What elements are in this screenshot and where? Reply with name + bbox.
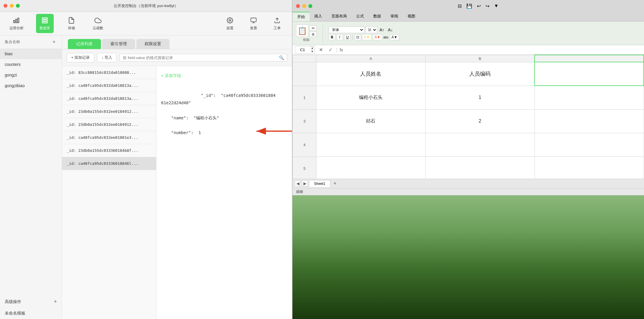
sheet-nav-left[interactable]: ◀ — [295, 180, 301, 186]
fill-color-button[interactable]: A▼ — [362, 34, 372, 40]
record-item[interactable]: _id: ca40fca95dc032da018813a... — [62, 79, 156, 92]
tab-data[interactable]: 数据 — [369, 12, 386, 21]
sidebar-item-gongzi[interactable]: gongzi — [0, 70, 62, 80]
cell-reference-input[interactable] — [295, 47, 310, 53]
sidebar-item-gongzibiao[interactable]: gongzibiao — [0, 80, 62, 91]
svg-rect-0 — [14, 20, 15, 23]
font-family-select[interactable]: 宋体 — [329, 27, 364, 33]
excel-toolbar-icon-layout[interactable]: ⊟ — [458, 3, 462, 9]
border-button[interactable]: ⊡ — [354, 34, 361, 40]
cell-b4[interactable] — [425, 133, 535, 157]
svg-rect-5 — [42, 22, 48, 23]
font-size-down-icon[interactable]: A↓ — [387, 27, 394, 33]
storage-label: 存储 — [68, 26, 75, 31]
cell-a1[interactable]: 人员姓名 — [316, 62, 426, 86]
sidebar-item-biao[interactable]: biao — [0, 48, 62, 59]
confirm-formula-button[interactable]: ✓ — [327, 46, 334, 53]
maximize-button[interactable] — [16, 4, 20, 8]
font-color-button[interactable]: A▼ — [373, 34, 382, 40]
cell-a4[interactable] — [316, 133, 426, 157]
tab-view[interactable]: 视图 — [403, 12, 420, 21]
cut-button[interactable]: ✂ — [310, 25, 317, 31]
sidebar-header: 集合名称 + — [0, 35, 62, 48]
plus-icon: + — [54, 299, 57, 305]
record-item-active[interactable]: _id: ca40fca95dc03336018846l... — [62, 157, 156, 170]
cell-b2[interactable]: 1 — [425, 86, 535, 109]
sidebar-item-counters[interactable]: counters — [0, 59, 62, 70]
font-size-select[interactable]: 10 — [365, 27, 377, 33]
status-bar: 就绪 — [292, 188, 644, 195]
record-item[interactable]: _id: ca40fca95dc032da018813a... — [62, 92, 156, 105]
cell-ref-up[interactable]: ▲ — [310, 46, 315, 50]
tab-pagelayout[interactable]: 页面布局 — [327, 12, 352, 21]
cell-b3[interactable]: 2 — [425, 109, 535, 133]
cell-c4[interactable] — [535, 133, 644, 157]
toolbar: 运营分析 数据库 存储 云函数 — [0, 12, 292, 35]
cell-c5[interactable] — [535, 157, 644, 179]
cell-b1[interactable]: 人员编码 — [425, 62, 535, 86]
analytics-label: 运营分析 — [9, 26, 24, 31]
excel-toolbar-icon-save[interactable]: 💾 — [466, 3, 472, 9]
excel-close-button[interactable] — [296, 4, 300, 8]
excel-minimize-button[interactable] — [302, 4, 306, 8]
cell-c1[interactable] — [535, 62, 644, 86]
toolbar-storage[interactable]: 存储 — [63, 14, 80, 33]
toolbar-analytics[interactable]: 运营分析 — [6, 14, 27, 33]
paste-button[interactable]: 📋 — [296, 25, 308, 37]
format-button[interactable]: A▼ — [390, 34, 399, 40]
font-size-up-icon[interactable]: A↑ — [378, 27, 385, 33]
record-item[interactable]: _id: 23db0a155dc032ee0184912... — [62, 105, 156, 118]
cancel-formula-button[interactable]: ✕ — [317, 46, 324, 53]
add-sheet-button[interactable]: + — [331, 180, 339, 187]
import-button[interactable]: ↓ 导入 — [97, 53, 117, 62]
search-box[interactable]: 🔍 — [120, 54, 287, 61]
record-item[interactable]: _id: 83cc88815dc032da018808... — [62, 66, 156, 79]
close-button[interactable] — [4, 4, 7, 8]
toolbar-workbench[interactable]: 工单 — [268, 14, 286, 33]
record-item[interactable]: _id: ca40fca95dc032ee01881e3... — [62, 131, 156, 144]
tab-review[interactable]: 审阅 — [386, 12, 403, 21]
add-collection-button[interactable]: + — [51, 39, 57, 45]
content-body: _id: 83cc88815dc032da018808... _id: ca40… — [62, 66, 292, 319]
invoice-icon — [249, 16, 258, 25]
cell-a3[interactable]: 邱石 — [316, 109, 426, 133]
bold-button[interactable]: B — [329, 34, 335, 40]
excel-maximize-button[interactable] — [308, 4, 312, 8]
italic-button[interactable]: I — [336, 34, 343, 40]
toolbar-invoice[interactable]: 发票 — [245, 14, 262, 33]
excel-toolbar-icon-redo[interactable]: ↪ — [486, 3, 489, 9]
record-item[interactable]: _id: 23db0a155dc032ee0184912... — [62, 118, 156, 131]
excel-toolbar-icon-more[interactable]: ▼ — [494, 3, 499, 9]
record-detail-panel: + 添加字段 "_id": "ca40fca95dc0333601884 61e… — [156, 66, 292, 319]
cell-a5[interactable] — [316, 157, 426, 179]
cell-a2[interactable]: 编程小石头 — [316, 86, 426, 109]
workbench-icon — [273, 16, 281, 25]
tab-record-list[interactable]: 记录列表 — [68, 39, 101, 49]
formula-input[interactable] — [345, 48, 642, 52]
toolbar-cloudfn[interactable]: 云函数 — [89, 14, 107, 33]
cell-ref-down[interactable]: ▼ — [310, 50, 315, 53]
add-record-button[interactable]: + 添加记录 — [67, 53, 94, 62]
formula-icon[interactable]: fx — [340, 48, 343, 52]
underline-button[interactable]: U — [344, 34, 351, 40]
sheet-nav-right[interactable]: ▶ — [302, 180, 308, 186]
cell-c2[interactable] — [535, 86, 644, 109]
tab-permissions[interactable]: 权限设置 — [136, 39, 169, 49]
record-item[interactable]: _id: 23db0a155dc033360184b8f... — [62, 144, 156, 157]
tab-formula[interactable]: 公式 — [352, 12, 369, 21]
tab-index-mgmt[interactable]: 索引管理 — [102, 39, 135, 49]
toolbar-database[interactable]: 数据库 — [36, 14, 54, 33]
search-input[interactable] — [123, 56, 277, 60]
minimize-button[interactable] — [10, 4, 14, 8]
tab-start[interactable]: 开始 — [292, 12, 310, 21]
toolbar-settings[interactable]: 设置 — [221, 14, 239, 33]
sheet-tab-1[interactable]: Sheet1 — [309, 180, 330, 187]
abc-label: abc — [383, 35, 389, 39]
tab-insert[interactable]: 插入 — [310, 12, 327, 21]
cell-c3[interactable] — [535, 109, 644, 133]
copy-button[interactable]: ⧉ — [310, 32, 317, 37]
advanced-operations[interactable]: 高级操作 + — [0, 296, 62, 308]
cell-b5[interactable] — [425, 157, 535, 179]
add-field-button[interactable]: + 添加字段 — [161, 71, 287, 81]
excel-toolbar-icon-undo[interactable]: ↩ — [477, 3, 481, 9]
